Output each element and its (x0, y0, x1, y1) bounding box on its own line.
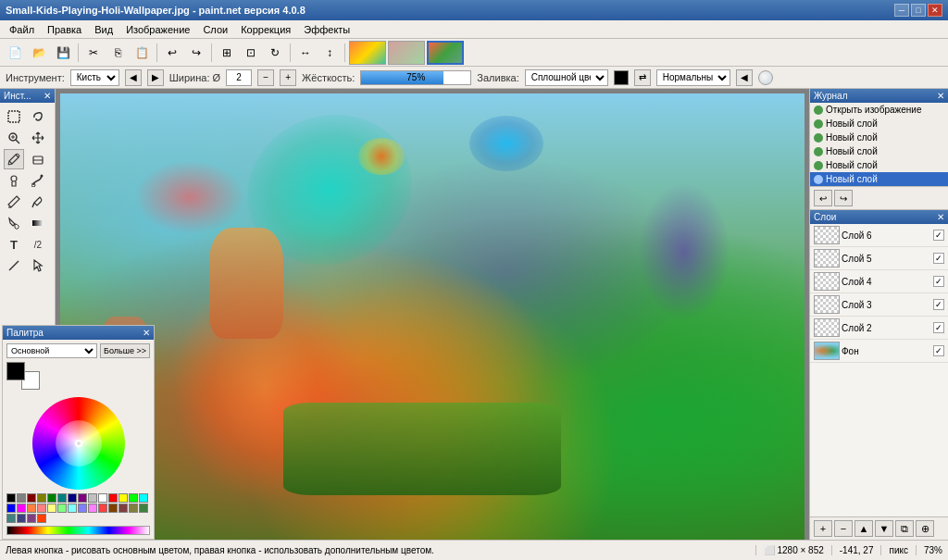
journal-item-1[interactable]: Новый слой (810, 117, 948, 131)
layer-add-btn[interactable]: + (814, 520, 832, 537)
maximize-button[interactable]: □ (911, 4, 926, 17)
tool-recolor[interactable] (28, 170, 48, 191)
swatch-darkteal[interactable] (6, 514, 16, 523)
color-wheel[interactable] (32, 397, 125, 490)
tool-paintbrush[interactable] (4, 149, 24, 169)
layer-item-4[interactable]: Слой 4 ✓ (810, 270, 948, 293)
journal-item-4[interactable]: Новый слой (810, 158, 948, 172)
layer-delete-btn[interactable]: − (834, 520, 853, 537)
menu-file[interactable]: Файл (4, 22, 40, 37)
tool-next[interactable]: ▶ (147, 69, 164, 86)
swatch-lightred[interactable] (98, 504, 107, 513)
swatch-white[interactable] (98, 493, 107, 503)
palette-close[interactable]: ✕ (143, 328, 150, 338)
swatch-vermillion[interactable] (37, 514, 46, 523)
journal-close[interactable]: ✕ (937, 91, 944, 101)
tool-colorpicker[interactable] (28, 192, 48, 212)
swatch-lightmagenta[interactable] (88, 504, 97, 513)
swatch-lightyellow[interactable] (47, 504, 56, 513)
layer-item-6[interactable]: Слой 6 ✓ (810, 224, 948, 247)
open-file-button[interactable]: 📂 (28, 42, 50, 64)
tool-text[interactable]: T (4, 234, 24, 255)
swatch-cyan[interactable] (139, 493, 148, 503)
tool-lasso[interactable] (28, 106, 48, 127)
canvas-area[interactable] (56, 89, 809, 540)
menu-layers[interactable]: Слои (197, 22, 233, 37)
menu-edit[interactable]: Правка (42, 22, 87, 37)
flip-h-button[interactable]: ↔ (294, 42, 317, 64)
swatch-blue[interactable] (6, 504, 16, 513)
layer-item-3[interactable]: Слой 3 ✓ (810, 293, 948, 317)
swatch-black[interactable] (6, 493, 16, 503)
layer-check-bg[interactable]: ✓ (933, 345, 944, 356)
swatch-olive[interactable] (37, 493, 46, 503)
tool-pencil[interactable] (4, 192, 24, 212)
journal-undo[interactable]: ↩ (814, 190, 832, 206)
undo-button[interactable]: ↩ (161, 42, 183, 64)
fill-color-btn[interactable] (614, 70, 629, 85)
swatch-lightcyan[interactable] (68, 504, 77, 513)
tool-clone[interactable] (4, 170, 24, 191)
swatch-orange[interactable] (27, 504, 36, 513)
toolbox-close[interactable]: ✕ (44, 91, 51, 101)
journal-item-2[interactable]: Новый слой (810, 131, 948, 144)
palette-more-btn[interactable]: Больше >> (100, 343, 150, 358)
fill-select[interactable]: Сплошной цвет (525, 69, 608, 86)
paste-button[interactable]: 📋 (131, 42, 153, 64)
crop-button[interactable]: ⊞ (216, 42, 238, 64)
layer-check-2[interactable]: ✓ (933, 322, 944, 333)
tool-select[interactable]: Кисть (70, 69, 119, 86)
menu-effects[interactable]: Эффекты (298, 22, 356, 37)
tool-fill[interactable] (4, 213, 24, 233)
tool-prev[interactable]: ◀ (125, 69, 142, 86)
layer-check-6[interactable]: ✓ (933, 230, 944, 241)
menu-corrections[interactable]: Коррекция (235, 22, 296, 37)
thumb-2[interactable] (388, 41, 425, 65)
swatch-darkpurple[interactable] (27, 514, 36, 523)
layer-up-btn[interactable]: ▲ (854, 520, 873, 537)
menu-view[interactable]: Вид (89, 22, 118, 37)
journal-item-0[interactable]: Открыть изображение (810, 103, 948, 117)
layer-dup-btn[interactable]: ⧉ (895, 520, 914, 537)
tool-zoom[interactable] (4, 128, 24, 148)
tool-rect-select[interactable] (4, 106, 24, 127)
palette-mode-select[interactable]: Основной (6, 343, 97, 358)
cut-button[interactable]: ✂ (82, 42, 105, 64)
journal-item-5[interactable]: Новый слой (810, 172, 948, 186)
redo-button[interactable]: ↪ (185, 42, 207, 64)
flip-v-button[interactable]: ↕ (318, 42, 341, 64)
minimize-button[interactable]: ─ (894, 4, 909, 17)
tool-line[interactable] (4, 255, 24, 276)
swatch-rosybrown[interactable] (118, 504, 128, 513)
tool-eraser[interactable] (28, 149, 48, 169)
rotate-button[interactable]: ↻ (264, 42, 286, 64)
menu-image[interactable]: Изображение (120, 22, 195, 37)
width-input[interactable] (226, 69, 252, 86)
layer-item-bg[interactable]: Фон ✓ (810, 340, 948, 363)
layer-down-btn[interactable]: ▼ (875, 520, 893, 537)
layer-check-3[interactable]: ✓ (933, 299, 944, 310)
layers-close[interactable]: ✕ (937, 212, 944, 222)
copy-button[interactable]: ⎘ (106, 42, 129, 64)
journal-item-3[interactable]: Новый слой (810, 144, 948, 158)
swatch-darkblue2[interactable] (17, 514, 26, 523)
layer-check-5[interactable]: ✓ (933, 253, 944, 264)
hardness-progress[interactable]: 75% (360, 70, 471, 85)
swatch-salmon[interactable] (37, 504, 46, 513)
tool-move[interactable] (28, 128, 48, 148)
tool-selection[interactable] (28, 255, 48, 276)
swatch-navy[interactable] (68, 493, 77, 503)
thumb-3[interactable] (427, 41, 464, 65)
new-file-button[interactable]: 📄 (4, 42, 26, 64)
foreground-color[interactable] (6, 362, 25, 380)
layer-item-2[interactable]: Слой 2 ✓ (810, 317, 948, 340)
width-decrease[interactable]: − (257, 69, 274, 86)
swatch-teal[interactable] (57, 493, 67, 503)
swatch-lime[interactable] (129, 493, 138, 503)
close-button[interactable]: ✕ (928, 4, 942, 17)
swap-colors-btn[interactable]: ⇄ (634, 69, 651, 86)
swatch-periwinkle[interactable] (78, 504, 87, 513)
swatch-yellow[interactable] (118, 493, 128, 503)
tool-shapes[interactable]: /2 (28, 234, 48, 255)
layer-item-5[interactable]: Слой 5 ✓ (810, 247, 948, 270)
